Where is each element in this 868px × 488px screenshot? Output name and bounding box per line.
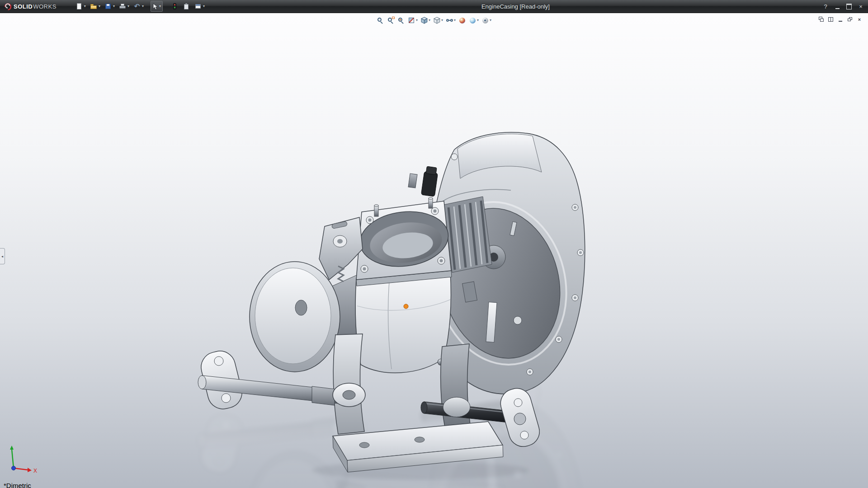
selection-point-marker[interactable] bbox=[404, 304, 408, 309]
brand-works: WORKS bbox=[33, 3, 57, 10]
view-settings-button[interactable]: ▾ bbox=[481, 15, 492, 25]
edit-appearance-icon bbox=[458, 17, 466, 24]
zoom-to-area-icon bbox=[387, 17, 395, 24]
display-style-icon bbox=[433, 17, 441, 24]
titlebar: SOLID WORKS ▾ ▾ ▾ ▾ ↶ ▾ ▾ bbox=[0, 0, 868, 13]
chevron-down-icon[interactable]: ▾ bbox=[203, 5, 205, 8]
file-properties-button[interactable] bbox=[181, 1, 192, 12]
view-orientation-button[interactable]: ▾ bbox=[420, 15, 431, 25]
hide-show-items-button[interactable]: ▾ bbox=[445, 15, 457, 25]
feature-manager-collapsed-tab[interactable]: ◂ bbox=[0, 248, 5, 264]
file-properties-icon bbox=[182, 2, 190, 10]
graphics-area[interactable]: ▾ ▾ ▾ ▾ ▾ bbox=[0, 13, 868, 488]
close-document-button[interactable]: × bbox=[855, 16, 863, 23]
cascade-windows-button[interactable] bbox=[817, 16, 826, 23]
triad-x-label: X bbox=[33, 468, 37, 474]
chevron-down-icon[interactable]: ▾ bbox=[84, 5, 86, 8]
chevron-down-icon[interactable]: ▾ bbox=[415, 19, 418, 22]
chevron-down-icon[interactable]: ▾ bbox=[428, 19, 430, 22]
open-folder-icon bbox=[90, 2, 98, 10]
minimize-button[interactable] bbox=[832, 2, 843, 11]
document-window-controls: × bbox=[817, 16, 863, 23]
chevron-down-icon[interactable]: ▾ bbox=[441, 19, 443, 22]
section-view-icon bbox=[408, 17, 415, 24]
edit-appearance-button[interactable] bbox=[458, 15, 467, 25]
collapse-arrow-icon: ◂ bbox=[1, 254, 3, 258]
help-icon: ? bbox=[824, 3, 827, 10]
undo-icon: ↶ bbox=[133, 2, 141, 10]
select-button[interactable]: ▾ bbox=[151, 1, 163, 12]
solidworks-logo: SOLID WORKS bbox=[0, 2, 61, 10]
window-controls: ? × bbox=[820, 0, 866, 13]
zoom-to-area-button[interactable] bbox=[386, 15, 396, 25]
main-toolbar: ▾ ▾ ▾ ▾ ↶ ▾ ▾ bbox=[74, 1, 206, 12]
view-settings-icon bbox=[481, 17, 489, 24]
close-icon: × bbox=[858, 17, 861, 22]
heads-up-view-toolbar: ▾ ▾ ▾ ▾ ▾ bbox=[376, 15, 492, 25]
print-icon bbox=[118, 2, 127, 10]
magnified-selection-icon bbox=[397, 17, 405, 24]
display-style-button[interactable]: ▾ bbox=[432, 15, 444, 25]
close-icon: × bbox=[859, 3, 863, 10]
save-icon bbox=[104, 2, 112, 10]
close-button[interactable]: × bbox=[855, 2, 866, 11]
section-view-button[interactable]: ▾ bbox=[407, 15, 419, 25]
select-cursor-icon bbox=[152, 3, 158, 10]
ds-swirl-icon bbox=[4, 2, 12, 10]
new-document-icon bbox=[75, 2, 83, 10]
chevron-down-icon[interactable]: ▾ bbox=[98, 5, 100, 8]
maximize-button[interactable] bbox=[844, 2, 854, 11]
save-button[interactable]: ▾ bbox=[103, 1, 116, 12]
brand-solid: SOLID bbox=[14, 3, 33, 10]
tile-windows-button[interactable] bbox=[827, 16, 835, 23]
zoom-to-fit-button[interactable] bbox=[376, 15, 385, 25]
chevron-down-icon[interactable]: ▾ bbox=[127, 5, 129, 8]
chevron-down-icon[interactable]: ▾ bbox=[453, 19, 456, 22]
view-orientation-icon bbox=[420, 17, 428, 24]
apply-scene-button[interactable]: ▾ bbox=[468, 15, 480, 25]
engine-casing-model[interactable] bbox=[0, 13, 868, 488]
options-button[interactable]: ▾ bbox=[193, 1, 206, 12]
window-title: EngineCasing [Read-only] bbox=[481, 3, 550, 10]
minimize-document-button[interactable] bbox=[836, 16, 844, 23]
undo-button[interactable]: ↶ ▾ bbox=[132, 1, 145, 12]
hide-show-items-icon bbox=[446, 17, 453, 24]
chevron-down-icon[interactable]: ▾ bbox=[113, 5, 115, 8]
options-icon bbox=[194, 2, 202, 10]
chevron-down-icon[interactable]: ▾ bbox=[142, 5, 144, 8]
restore-document-button[interactable] bbox=[846, 16, 854, 23]
chevron-down-icon[interactable]: ▾ bbox=[476, 19, 479, 22]
reference-triad: X bbox=[5, 445, 40, 474]
new-button[interactable]: ▾ bbox=[74, 1, 87, 12]
print-button[interactable]: ▾ bbox=[117, 1, 131, 12]
rebuild-button[interactable] bbox=[169, 1, 180, 12]
magnified-selection-button[interactable] bbox=[396, 15, 406, 25]
zoom-to-fit-icon bbox=[377, 17, 384, 24]
apply-scene-icon bbox=[469, 17, 476, 24]
rebuild-traffic-light-icon bbox=[170, 2, 179, 10]
view-orientation-label: *Dimetric bbox=[4, 482, 31, 488]
help-button[interactable]: ? bbox=[820, 2, 831, 11]
chevron-down-icon[interactable]: ▾ bbox=[159, 5, 161, 8]
open-button[interactable]: ▾ bbox=[88, 1, 102, 12]
chevron-down-icon[interactable]: ▾ bbox=[489, 19, 491, 22]
